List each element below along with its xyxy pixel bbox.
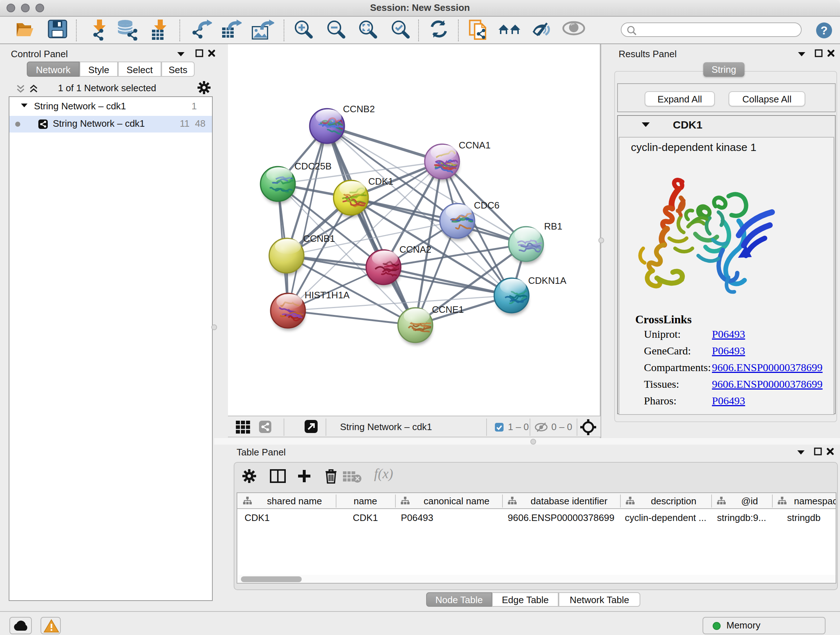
svg-text:RB1: RB1 (544, 221, 562, 232)
svg-text:CCNA2: CCNA2 (399, 244, 431, 255)
svg-text:CCNB2: CCNB2 (343, 103, 375, 114)
svg-text:HIST1H1A: HIST1H1A (305, 290, 350, 301)
svg-text:CDC25B: CDC25B (294, 161, 332, 172)
svg-text:?: ? (821, 24, 828, 37)
svg-text:CCNA1: CCNA1 (459, 140, 491, 150)
svg-text:CDKN1A: CDKN1A (528, 275, 567, 286)
svg-text:CCNB1: CCNB1 (303, 233, 335, 244)
svg-text:CDC6: CDC6 (474, 200, 500, 211)
svg-text:CDK1: CDK1 (368, 176, 393, 187)
svg-text:CCNE1: CCNE1 (432, 304, 464, 315)
